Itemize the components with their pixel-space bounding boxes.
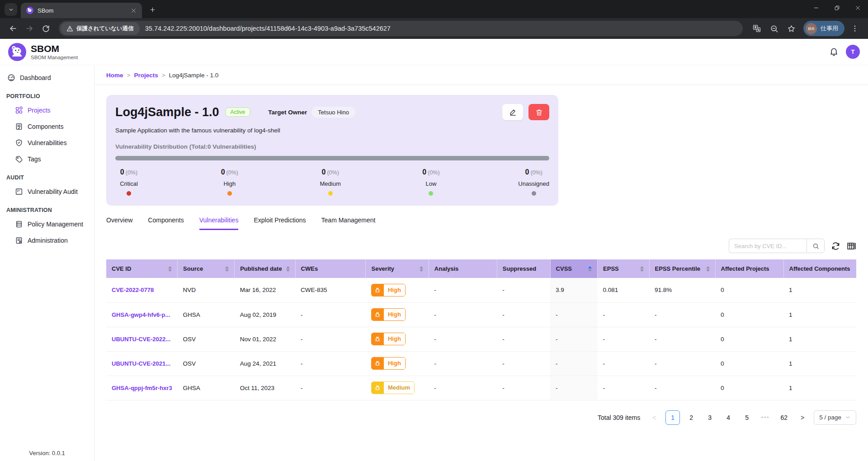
search-button[interactable] [807,239,825,253]
bookmark-star-button[interactable] [784,22,798,35]
page-size-select[interactable]: 5 / page [814,410,856,425]
sidebar-item-dashboard[interactable]: Dashboard [0,70,94,86]
cell-epss_percentile: - [649,376,715,400]
page-ellipsis[interactable]: ••• [758,410,773,425]
page-button-3[interactable]: 3 [703,410,717,425]
translate-button[interactable] [750,22,764,35]
column-header-epss-percentile[interactable]: EPSS Percentile [649,259,715,278]
page-button-2[interactable]: 2 [684,410,698,425]
page-button-1[interactable]: 1 [665,410,680,425]
notification-bell-icon[interactable] [829,47,839,56]
reload-button[interactable] [39,22,52,35]
sidebar-item-policy-management[interactable]: Policy Management [0,216,94,232]
sort-icon [168,266,172,272]
window-restore-button[interactable] [826,0,847,15]
profile-avatar: 鉄夫 [806,23,817,34]
chevron-down-icon [8,7,14,13]
browser-profile-chip[interactable]: 鉄夫 仕事用 [803,21,844,36]
sidebar-item-vulnerabilities[interactable]: Vulnerabilities [0,135,94,151]
cell-epss: - [598,376,649,400]
caret-up-icon [286,266,290,268]
cell-epss: - [598,351,649,376]
sidebar-item-components[interactable]: Components [0,118,94,135]
cve-link[interactable]: UBUNTU-CVE-2022... [112,336,170,343]
column-header-epss[interactable]: EPSS [598,259,649,278]
cell-cvss: - [550,327,598,351]
tab-vulnerabilities[interactable]: Vulnerabilities [199,216,239,230]
caret-down-icon [225,269,229,272]
back-button[interactable] [6,22,20,35]
page-button-5[interactable]: 5 [740,410,754,425]
project-title: Log4jSample - 1.0 [115,105,219,119]
sidebar-item-vulnerability-audit[interactable]: Vulnerability Audit [0,183,94,200]
sort-icon [640,266,644,272]
forward-button[interactable] [23,22,36,35]
previous-page-button[interactable]: < [647,410,661,425]
page-button-4[interactable]: 4 [721,410,736,425]
tab-components[interactable]: Components [148,216,184,230]
cve-link[interactable]: UBUNTU-CVE-2021... [112,360,170,367]
cell-suppressed: - [497,351,550,376]
page-button-62[interactable]: 62 [777,410,791,425]
security-chip[interactable]: 保護されていない通信 [61,22,140,35]
tab-exploit-predictions[interactable]: Exploit Predictions [254,216,306,230]
pagination: Total 309 items < 12345•••62 > 5 / page [94,410,868,425]
next-page-button[interactable]: > [795,410,810,425]
cve-link[interactable]: CVE-2022-0778 [112,287,154,293]
warning-icon [66,25,73,32]
window-close-button[interactable] [847,0,868,15]
tab-overview[interactable]: Overview [106,216,132,230]
cell-severity: High [366,278,429,302]
stat-percent: (0%) [126,169,137,176]
column-header-published-date[interactable]: Published date [235,259,295,278]
sidebar-item-administration[interactable]: Administration [0,232,94,249]
hamster-logo-icon [8,43,26,61]
column-label: Affected Components [789,265,850,272]
new-tab-button[interactable] [146,3,159,16]
stat-percent: (0%) [327,169,339,176]
tab-team-management[interactable]: Team Management [321,216,376,230]
tab-close-icon[interactable] [129,6,137,14]
trash-icon [535,108,543,116]
column-header-severity[interactable]: Severity [366,259,429,278]
tab-favicon [26,7,33,14]
cve-link[interactable]: GHSA-gwp4-hfv6-p... [112,311,170,318]
cell-epss: - [598,327,649,351]
cell-analysis: - [429,278,497,302]
severity-label: High [384,309,405,320]
stat-label: Unassigned [518,180,549,187]
refresh-button[interactable] [831,241,840,251]
browser-menu-button[interactable] [848,22,862,35]
column-header-cvss[interactable]: CVSS [550,259,598,278]
column-settings-button[interactable] [847,241,856,251]
cve-link[interactable]: GHSA-qppj-fm5r-hxr3 [112,385,172,391]
distribution-title: Vulnerability Distribution (Total:0 Vuln… [115,143,549,150]
project-card: Log4jSample - 1.0 Active Target Owner Te… [106,95,558,206]
sidebar-item-tags[interactable]: Tags [0,151,94,167]
stat-percent: (0%) [226,169,238,176]
column-header-cve-id[interactable]: CVE ID [106,259,178,278]
browser-tab[interactable]: SBom [21,3,142,18]
user-avatar[interactable]: T [846,45,860,59]
breadcrumb-separator: > [127,72,131,79]
zoom-out-button[interactable] [767,22,781,35]
window-minimize-button[interactable] [806,0,826,15]
severity-label: High [384,358,405,369]
cell-published: Aug 02, 2019 [235,302,295,327]
column-label: CVE ID [112,265,131,272]
url-bar[interactable]: 保護されていない通信 35.74.242.225:20010/dashboard… [59,21,743,36]
cell-affected_components: 1 [783,327,856,351]
severity-badge: High [371,357,406,370]
sidebar-item-projects[interactable]: Projects [0,102,94,118]
delete-project-button[interactable] [528,104,549,120]
breadcrumb-home[interactable]: Home [106,72,123,79]
shield-icon [15,139,23,147]
app-logo[interactable]: SBOM SBOM Management [8,43,78,61]
column-header-source[interactable]: Source [178,259,235,278]
breadcrumb-projects[interactable]: Projects [134,72,158,79]
tab-search-button[interactable] [5,3,17,16]
search-input[interactable] [729,239,807,253]
cell-cwes: - [295,351,366,376]
edit-project-button[interactable] [502,104,523,120]
app-version: Version: 0.0.1 [0,450,94,456]
